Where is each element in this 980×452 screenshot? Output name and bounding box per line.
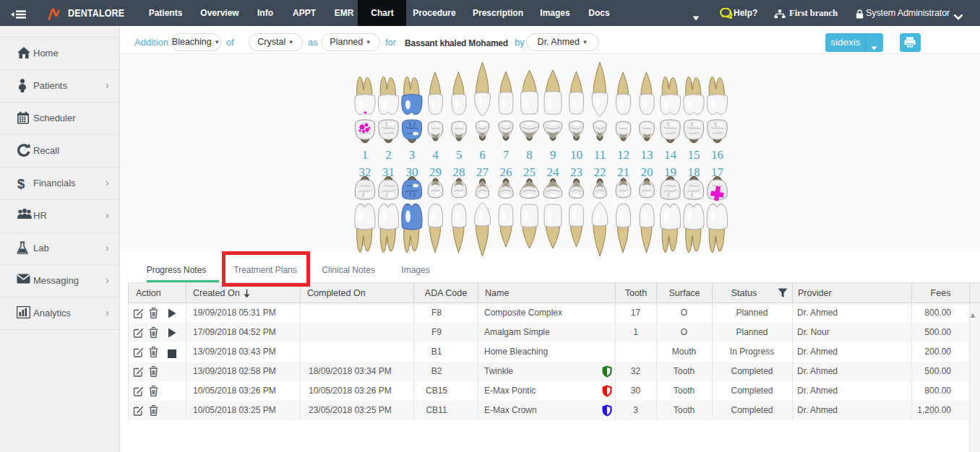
svg-text:$: $ [17, 176, 25, 191]
